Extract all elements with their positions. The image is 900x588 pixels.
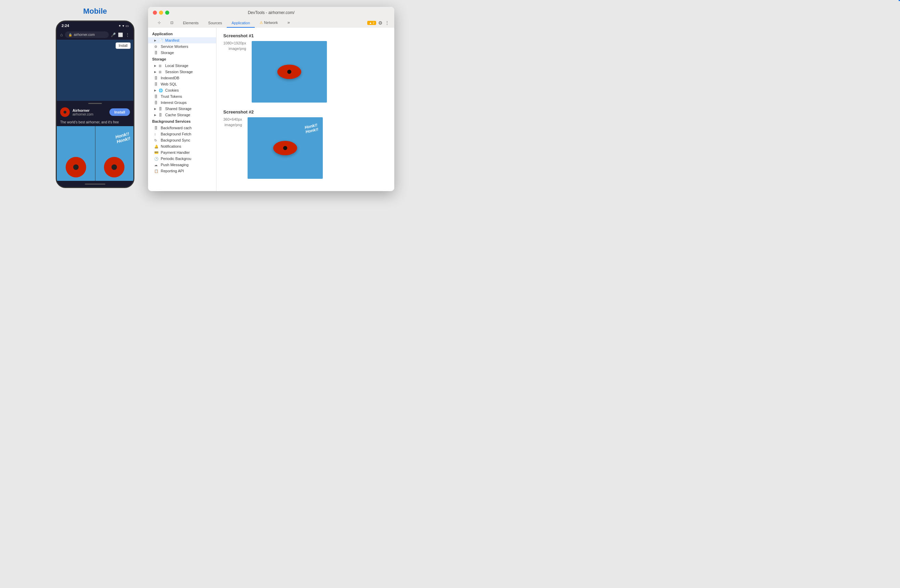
screenshot-1-row: 1080×1920px image/png (223, 41, 388, 102)
tab-elements[interactable]: Elements (178, 19, 203, 28)
screenshot-section-1: Screenshot #1 1080×1920px image/png (223, 33, 388, 102)
app-icon (60, 107, 70, 117)
expand-arrow-session: ▶ (154, 70, 156, 73)
window-close-button[interactable] (153, 11, 157, 15)
sidebar-item-periodic[interactable]: 🕐 Periodic Backgrou (148, 155, 216, 162)
interest-groups-icon: 🗄 (154, 101, 159, 105)
sidebar-item-shared-storage[interactable]: ▶ 🗄 Shared Storage (148, 105, 216, 112)
sidebar-label-shared-storage: Shared Storage (165, 107, 191, 111)
phone-screenshot-2: Honk!! Honk!! (95, 126, 134, 181)
more-options-icon[interactable]: ⋮ (385, 20, 389, 26)
tab-sources-label: Sources (208, 21, 222, 25)
sidebar-item-payment[interactable]: 💳 Payment Handler (148, 149, 216, 155)
honk-text: Honk!! Honk!! (115, 131, 131, 144)
sidebar-item-service-workers[interactable]: ⚙ Service Workers (148, 43, 216, 50)
wifi-icon: ▾ (123, 24, 124, 28)
local-storage-icon: ⊞ (159, 64, 163, 68)
tab-application[interactable]: Application (227, 19, 255, 28)
devtools-window: DevTools - airhorner.com/ ⊹ ⊡ Elements S… (148, 7, 394, 191)
sidebar-item-local-storage[interactable]: ▶ ⊞ Local Storage (148, 62, 216, 69)
install-prompt: Airhorner airhorner.com Install (57, 105, 133, 119)
mobile-section: Mobile 2:24 ✦ ▾ ▭ ⌂ 🔒 airhorner.com 🎤 ⬜ … (56, 7, 134, 188)
settings-icon[interactable]: ⚙ (378, 20, 383, 26)
reporting-icon: 📋 (154, 169, 159, 173)
app-info: Airhorner airhorner.com (73, 109, 107, 116)
app-tagline: The world's best airhorner, and it's fre… (57, 119, 133, 126)
sidebar-item-notifications[interactable]: 🔔 Notifications (148, 143, 216, 149)
sidebar-item-cookies[interactable]: ▶ 🌐 Cookies (148, 87, 216, 93)
home-indicator (85, 183, 106, 185)
drag-handle (88, 103, 102, 104)
phone-device: 2:24 ✦ ▾ ▭ ⌂ 🔒 airhorner.com 🎤 ⬜ ⋮ Insta… (56, 20, 134, 188)
home-icon: ⌂ (60, 32, 63, 37)
expand-arrow-cache: ▶ (154, 113, 156, 116)
sidebar-label-cookies: Cookies (165, 88, 179, 92)
mic-icon: 🎤 (111, 33, 116, 37)
sidebar-item-indexeddb[interactable]: 🗄 IndexedDB (148, 75, 216, 81)
window-maximize-button[interactable] (165, 11, 169, 15)
tab-more[interactable]: » (282, 18, 295, 28)
airhorn-icon-1 (66, 157, 86, 177)
devtools-titlebar: DevTools - airhorner.com/ ⊹ ⊡ Elements S… (148, 7, 394, 28)
indexeddb-icon: 🗄 (154, 76, 159, 80)
horn-icon-screenshot-1 (277, 65, 301, 79)
sidebar-item-back-forward[interactable]: 🗄 Back/forward cach (148, 125, 216, 131)
install-button-top[interactable]: Install (116, 42, 130, 49)
sidebar-label-payment: Payment Handler (161, 150, 190, 155)
screenshot-2-row: 360×640px image/png Honk!! Honk!! (223, 117, 388, 179)
sidebar-item-bg-fetch[interactable]: ↕ Background Fetch (148, 131, 216, 137)
sidebar-label-cache-storage: Cache Storage (165, 113, 190, 117)
sidebar-label-back-forward: Back/forward cach (161, 126, 191, 130)
sidebar-label-storage: Storage (161, 51, 174, 55)
storage-icon: 🗄 (154, 51, 159, 55)
warning-triangle: ⚠ (259, 20, 263, 25)
warning-count: 2 (373, 21, 374, 25)
app-icon-dot (64, 111, 66, 113)
sidebar-label-web-sql: Web SQL (161, 82, 177, 86)
sidebar-label-manifest: Manifest (165, 38, 180, 42)
manifest-icon: 📄 (159, 39, 163, 42)
horn-icon-screenshot-2 (273, 141, 297, 155)
airhorn-icon-2 (104, 157, 124, 177)
tab-responsive-icon[interactable]: ⊡ (166, 19, 178, 28)
web-sql-icon: 🗄 (154, 82, 159, 86)
sidebar-item-manifest[interactable]: ▶ 📄 Manifest (148, 37, 216, 43)
sidebar-item-session-storage[interactable]: ▶ ⊞ Session Storage (148, 69, 216, 75)
url-box[interactable]: 🔒 airhorner.com (65, 31, 109, 38)
screenshot-2-img: Honk!! Honk!! (248, 117, 323, 179)
sidebar-label-bg-sync: Background Sync (161, 138, 190, 142)
window-minimize-button[interactable] (159, 11, 163, 15)
tab-network[interactable]: ⚠ Network (255, 19, 282, 28)
sidebar-item-reporting[interactable]: 📋 Reporting API (148, 168, 216, 174)
screenshot-1-meta: 1080×1920px image/png (223, 41, 246, 51)
sidebar-item-web-sql[interactable]: 🗄 Web SQL (148, 81, 216, 87)
devtools-body: Application ▶ 📄 Manifest ⚙ Service Worke… (148, 28, 394, 191)
screenshot-2-title: Screenshot #2 (223, 109, 388, 115)
battery-icon: ▭ (126, 24, 129, 28)
sidebar-item-push[interactable]: ☁ Push Messaging (148, 162, 216, 168)
tab-cursor-icon[interactable]: ⊹ (153, 19, 166, 28)
tab-application-label: Application (231, 21, 250, 25)
sidebar-item-bg-sync[interactable]: ↻ Background Sync (148, 137, 216, 143)
install-button-prompt[interactable]: Install (109, 109, 130, 116)
notifications-icon: 🔔 (154, 144, 159, 148)
bg-sync-icon: ↻ (154, 138, 159, 142)
sidebar-label-interest-groups: Interest Groups (161, 101, 187, 105)
screenshot-1-title: Screenshot #1 (223, 33, 388, 38)
warning-badge[interactable]: ▲ 2 (367, 21, 376, 25)
screenshot-2-dims: 360×640px (223, 117, 242, 121)
app-domain: airhorner.com (73, 112, 107, 116)
sidebar-app-section: Application (148, 30, 216, 37)
tab-actions: ▲ 2 ⚙ ⋮ (367, 20, 389, 28)
sidebar-item-storage[interactable]: 🗄 Storage (148, 50, 216, 56)
honk-text-screenshot-2: Honk!! Honk!! (304, 123, 319, 134)
periodic-icon: 🕐 (154, 157, 159, 161)
sidebar-item-trust-tokens[interactable]: 🗄 Trust Tokens (148, 93, 216, 99)
devtools-tabs: ⊹ ⊡ Elements Sources Application ⚠ Netwo… (153, 18, 389, 28)
sidebar-bg-section: Background Services (148, 118, 216, 125)
sidebar-item-interest-groups[interactable]: 🗄 Interest Groups (148, 99, 216, 105)
tab-icon: ⬜ (118, 33, 123, 37)
devtools-main: Screenshot #1 1080×1920px image/png (216, 28, 394, 191)
sidebar-item-cache-storage[interactable]: ▶ 🗄 Cache Storage (148, 112, 216, 118)
tab-sources[interactable]: Sources (203, 19, 227, 28)
